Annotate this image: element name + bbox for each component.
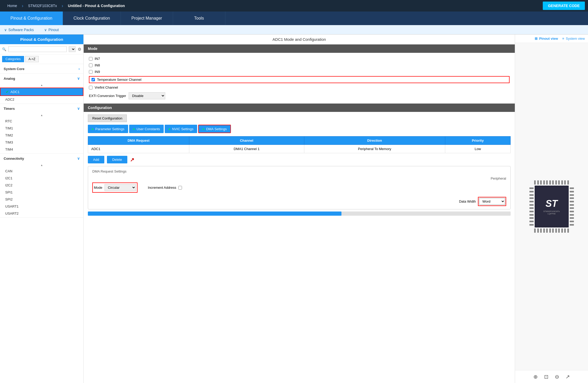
mode-field: Mode Circular Normal xyxy=(92,182,138,193)
center-title: ADC1 Mode and Configuration xyxy=(84,35,515,44)
pinout-label: Pinout xyxy=(48,28,59,32)
reset-config-button[interactable]: Reset Configuration xyxy=(88,115,127,122)
sidebar-item-rtc[interactable]: RTC xyxy=(0,118,83,125)
connectivity-label: Connectivity xyxy=(4,157,24,161)
temp-sensor-checkbox[interactable] xyxy=(92,78,95,81)
col-channel: Channel xyxy=(189,136,304,145)
project-label: Untitled - Pinout & Configuration xyxy=(68,4,125,8)
sidebar-item-adc2[interactable]: ADC2 xyxy=(0,96,83,103)
param-check-icon: ● xyxy=(92,127,94,131)
sidebar-item-tim1[interactable]: TIM1 xyxy=(0,125,83,132)
delete-dma-button[interactable]: Delete xyxy=(107,156,127,163)
data-width-select[interactable]: Word Half Word Byte xyxy=(479,198,505,205)
tab-dma-settings[interactable]: ● DMA Settings xyxy=(198,125,231,133)
analog-items: ✔ ADC1 ADC2 xyxy=(0,87,83,104)
zoom-in-button[interactable]: ⊕ xyxy=(533,374,538,380)
col-direction: Direction xyxy=(304,136,445,145)
analog-header[interactable]: Analog ∨ xyxy=(0,74,83,83)
system-view-button[interactable]: ≡ System view xyxy=(562,37,585,41)
in8-checkbox[interactable] xyxy=(89,64,93,67)
chip-wrapper: ST STM32F103C8Tx LQFP48 xyxy=(528,180,575,233)
section-timers: Timers ∨ ▲ RTC TIM1 TIM2 TIM3 TIM4 xyxy=(0,104,83,154)
adc1-check-icon: ✔ xyxy=(6,90,9,94)
timers-header[interactable]: Timers ∨ xyxy=(0,104,83,113)
frame-button[interactable]: ⊡ xyxy=(544,374,549,380)
export-button[interactable]: ↗ xyxy=(566,374,570,380)
generate-code-button[interactable]: GENERATE CODE xyxy=(543,2,585,10)
sub-nav: ∨ Software Packs ∨ Pinout xyxy=(0,25,588,35)
system-core-header[interactable]: System Core › xyxy=(0,64,83,73)
tab-user-constants[interactable]: ● User Constants xyxy=(129,125,164,133)
top-nav: Home › STM32F103C8Tx › Untitled - Pinout… xyxy=(0,0,588,12)
software-packs-label: Software Packs xyxy=(8,28,34,32)
tab-az[interactable]: A->Z xyxy=(25,56,39,62)
temp-sensor-label: Temperature Sensor Channel xyxy=(97,78,141,82)
timers-arrow: ∨ xyxy=(77,106,80,111)
search-icon: 🔍 xyxy=(2,47,6,51)
sidebar-item-adc1[interactable]: ✔ ADC1 xyxy=(0,88,83,96)
tools-label: Tools xyxy=(194,16,204,21)
sidebar-item-spi2[interactable]: SPI2 xyxy=(0,196,83,203)
cell-channel: DMA1 Channel 1 xyxy=(189,145,304,153)
sidebar-item-can[interactable]: CAN xyxy=(0,168,83,175)
nav-project[interactable]: Untitled - Pinout & Configuration xyxy=(64,0,129,12)
sidebar-item-i2c2[interactable]: I2C2 xyxy=(0,182,83,189)
connectivity-header[interactable]: Connectivity ∨ xyxy=(0,154,83,163)
mode-content: IN7 IN8 IN9 Temperature Sensor Channel V… xyxy=(84,53,515,104)
search-input[interactable] xyxy=(8,46,67,52)
tab-project-manager[interactable]: Project Manager xyxy=(121,12,173,25)
cell-priority: Low xyxy=(445,145,510,153)
chip-container: ST STM32F103C8Tx LQFP48 xyxy=(515,43,588,370)
sub-pinout[interactable]: ∨ Pinout xyxy=(44,28,59,32)
tab-clock-config[interactable]: Clock Configuration xyxy=(63,12,121,25)
sidebar-item-usart1[interactable]: USART1 xyxy=(0,203,83,210)
chip-body: ST STM32F103C8Tx LQFP48 xyxy=(535,186,569,227)
section-connectivity: Connectivity ∨ ▲ CAN I2C1 I2C2 SPI1 SPI2… xyxy=(0,154,83,218)
tab-categories[interactable]: Categories xyxy=(2,56,24,62)
tab-tools[interactable]: Tools xyxy=(173,12,225,25)
in9-checkbox[interactable] xyxy=(89,70,93,74)
analog-scroll-up: ▲ xyxy=(0,83,83,87)
data-width-select-box: Word Half Word Byte xyxy=(478,197,506,206)
tab-nvic-settings[interactable]: ● NVIC Settings xyxy=(165,125,197,133)
sidebar-item-tim4[interactable]: TIM4 xyxy=(0,146,83,153)
system-core-label: System Core xyxy=(4,67,24,71)
pinout-view-button[interactable]: ⊞ Pinout view xyxy=(535,37,558,41)
sidebar-item-tim3[interactable]: TIM3 xyxy=(0,139,83,146)
center-title-text: ADC1 Mode and Configuration xyxy=(272,37,326,42)
tab-parameter-settings[interactable]: ● Parameter Settings xyxy=(88,125,128,133)
exti-select[interactable]: Disable Enable xyxy=(129,92,165,99)
sidebar-title: Pinout & Configuration xyxy=(20,37,63,42)
main-layout: Pinout & Configuration 🔍 ⚙ Categories A-… xyxy=(0,35,588,383)
sidebar-item-usart2[interactable]: USART2 xyxy=(0,210,83,217)
sidebar-item-spi1[interactable]: SPI1 xyxy=(0,189,83,196)
col-priority: Priority xyxy=(445,136,510,145)
zoom-out-button[interactable]: ⊖ xyxy=(555,374,559,380)
add-dma-button[interactable]: Add xyxy=(88,156,104,163)
in7-checkbox[interactable] xyxy=(89,57,93,61)
param-label: Parameter Settings xyxy=(95,127,124,131)
sub-software-packs[interactable]: ∨ Software Packs xyxy=(4,28,34,32)
increment-field: Increment Address xyxy=(148,186,182,190)
scrollbar-thumb xyxy=(88,211,341,216)
cell-request: ADC1 xyxy=(88,145,189,153)
tab-pinout-config[interactable]: Pinout & Configuration xyxy=(0,12,63,25)
dma-label: DMA Settings xyxy=(206,127,227,131)
search-dropdown[interactable] xyxy=(69,46,76,52)
dma-settings-row: Mode Circular Normal Increment Address xyxy=(92,182,506,193)
vrefint-checkbox[interactable] xyxy=(89,86,93,89)
table-row[interactable]: ADC1 DMA1 Channel 1 Peripheral To Memory… xyxy=(88,145,511,153)
gear-icon[interactable]: ⚙ xyxy=(78,47,81,52)
sidebar-item-tim2[interactable]: TIM2 xyxy=(0,132,83,139)
dma-actions: Add Delete ↗ xyxy=(88,156,511,163)
temp-sensor-row: Temperature Sensor Channel xyxy=(89,76,510,83)
mode-select[interactable]: Circular Normal xyxy=(105,184,136,191)
nav-home[interactable]: Home xyxy=(3,0,21,12)
nav-chip[interactable]: STM32F103C8Tx xyxy=(24,0,61,12)
dma-bottom-row: Data Width Word Half Word Byte xyxy=(92,197,506,206)
bottom-scrollbar[interactable] xyxy=(88,211,511,216)
chip-name-text: STM32F103C8Tx LQFP48 xyxy=(543,210,560,215)
timers-items: RTC TIM1 TIM2 TIM3 TIM4 xyxy=(0,117,83,153)
increment-checkbox[interactable] xyxy=(178,186,182,190)
sidebar-item-i2c1[interactable]: I2C1 xyxy=(0,175,83,182)
